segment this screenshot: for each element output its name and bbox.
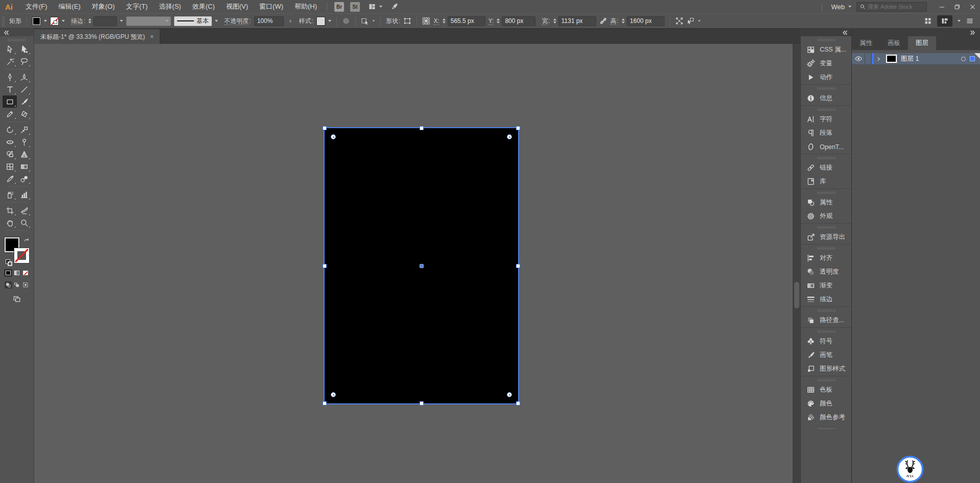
graphic-style-swatch[interactable] (316, 17, 325, 26)
document-tab[interactable]: 未标题-1* @ 33.33% (RGB/GPU 预览) × (34, 29, 160, 44)
panel-grip[interactable] (2, 16, 5, 26)
dock-item-brushes[interactable]: 画笔 (801, 348, 851, 362)
none-button[interactable] (21, 269, 30, 277)
menu-item-7[interactable]: 窗口(W) (254, 0, 289, 13)
blend-tool[interactable] (17, 173, 31, 185)
height-input[interactable] (627, 16, 665, 26)
x-input[interactable] (448, 16, 485, 26)
panel-grip[interactable] (818, 379, 835, 381)
layer-row[interactable]: 图层 1 (852, 53, 980, 65)
panel-grip[interactable] (818, 108, 835, 111)
selection-handle-bottom-right[interactable] (516, 401, 520, 405)
opacity-panel-link[interactable]: 不透明度 (224, 17, 249, 25)
dock-item-color-guide[interactable]: 颜色参考 (801, 410, 851, 424)
center-point[interactable] (420, 264, 423, 268)
panel-grip[interactable] (818, 247, 835, 250)
layer-thumbnail[interactable] (886, 55, 897, 63)
eyedropper-tool[interactable] (3, 173, 17, 185)
y-input[interactable] (502, 16, 535, 26)
paintbrush-tool[interactable] (17, 95, 31, 108)
shape-widget-icon[interactable] (403, 17, 411, 25)
selection-handle-top-right[interactable] (516, 126, 520, 130)
draw-behind-button[interactable] (13, 281, 21, 288)
share-rocket-icon[interactable] (390, 3, 399, 11)
isolate-selection-icon[interactable] (687, 17, 695, 25)
hand-tool[interactable] (3, 216, 17, 229)
chevron-down-icon[interactable] (62, 20, 65, 22)
stroke-color-chip[interactable] (14, 248, 29, 263)
restore-button[interactable] (949, 1, 965, 12)
gradient-tool[interactable] (17, 160, 31, 173)
screen-mode-button[interactable] (0, 295, 34, 303)
selection-handle-middle-right[interactable] (516, 264, 520, 268)
x-stepper[interactable] (443, 18, 446, 23)
layer-visibility-toggle[interactable] (852, 53, 865, 64)
canvas[interactable] (34, 44, 800, 483)
menu-item-8[interactable]: 帮助(H) (289, 0, 323, 13)
grid-view-icon[interactable] (924, 17, 932, 25)
dock-item-align[interactable]: 对齐 (801, 251, 851, 265)
panel-grip[interactable] (818, 427, 835, 429)
height-stepper[interactable] (622, 18, 625, 23)
select-similar-icon[interactable] (361, 17, 369, 25)
line-segment-tool[interactable] (17, 83, 31, 95)
selection-handle-bottom-middle[interactable] (420, 401, 424, 405)
panel-menu-icon[interactable] (976, 40, 980, 50)
dock-item-variables[interactable]: 变量 (801, 57, 851, 70)
menu-item-4[interactable]: 选择(S) (153, 0, 186, 13)
color-button[interactable] (4, 269, 12, 277)
layer-target-circle[interactable] (961, 57, 966, 61)
stroke-panel-link[interactable]: 描边 (71, 17, 83, 25)
dock-item-transparency[interactable]: 透明度 (801, 265, 851, 279)
shaper-tool[interactable] (3, 108, 17, 120)
menu-item-5[interactable]: 效果(C) (187, 0, 220, 13)
minimize-button[interactable] (934, 1, 949, 12)
close-tab-icon[interactable]: × (150, 33, 154, 40)
menu-item-2[interactable]: 对象(O) (86, 0, 120, 13)
unlink-dimensions-icon[interactable] (599, 17, 607, 25)
dock-item-character[interactable]: 字符 (801, 112, 851, 126)
stock-search-box[interactable] (856, 2, 927, 12)
opacity-menu-arrow[interactable]: › (287, 16, 294, 26)
stroke-width-stepper[interactable] (88, 18, 91, 23)
eraser-tool[interactable] (17, 108, 31, 120)
perspective-grid-tool[interactable] (17, 148, 31, 160)
height-link[interactable]: 高 (610, 17, 617, 25)
width-input[interactable] (558, 16, 596, 26)
type-tool[interactable] (3, 83, 17, 95)
layer-expand-arrow[interactable] (874, 56, 883, 62)
stroke-style-dropdown[interactable]: 基本 (174, 16, 212, 26)
panel-layout-button[interactable] (937, 15, 952, 27)
bridge-button[interactable]: Br (334, 2, 344, 12)
width-link[interactable]: 宽 (542, 17, 548, 25)
y-stepper[interactable] (497, 18, 500, 23)
stock-button[interactable]: St (350, 2, 360, 12)
magic-wand-tool[interactable] (3, 55, 17, 67)
live-corner-widget[interactable] (331, 392, 336, 397)
x-link[interactable]: X: (433, 17, 439, 25)
dock-item-libraries[interactable]: 库 (801, 175, 851, 188)
chevron-down-icon[interactable] (215, 20, 218, 22)
dock-item-links[interactable]: 链接 (801, 161, 851, 175)
panel-grip[interactable] (818, 226, 835, 229)
live-corner-widget[interactable] (331, 134, 336, 139)
dock-item-symbols[interactable]: 符号 (801, 334, 851, 348)
graph-tool[interactable] (17, 188, 31, 201)
panel-tab-图层[interactable]: 图层 (908, 36, 936, 50)
layer-lock-toggle[interactable] (865, 53, 872, 64)
selection-handle-top-middle[interactable] (420, 126, 424, 130)
dock-item-swatches[interactable]: 色板 (801, 383, 851, 397)
panel-grip[interactable] (818, 157, 835, 159)
panel-grip[interactable] (818, 309, 835, 312)
shape-builder-tool[interactable] (3, 148, 17, 160)
transform-icon[interactable] (675, 17, 683, 25)
pen-tool[interactable] (3, 71, 17, 83)
width-stepper[interactable] (553, 18, 556, 23)
dock-item-asset-export[interactable]: 资源导出 (801, 230, 851, 244)
symbol-sprayer-tool[interactable] (3, 188, 17, 201)
scrollbar-thumb[interactable] (794, 282, 799, 308)
live-corner-widget[interactable] (507, 392, 512, 397)
chevron-down-icon[interactable] (958, 20, 961, 22)
curvature-tool[interactable] (17, 71, 31, 83)
stroke-color-swatch[interactable] (50, 17, 59, 26)
